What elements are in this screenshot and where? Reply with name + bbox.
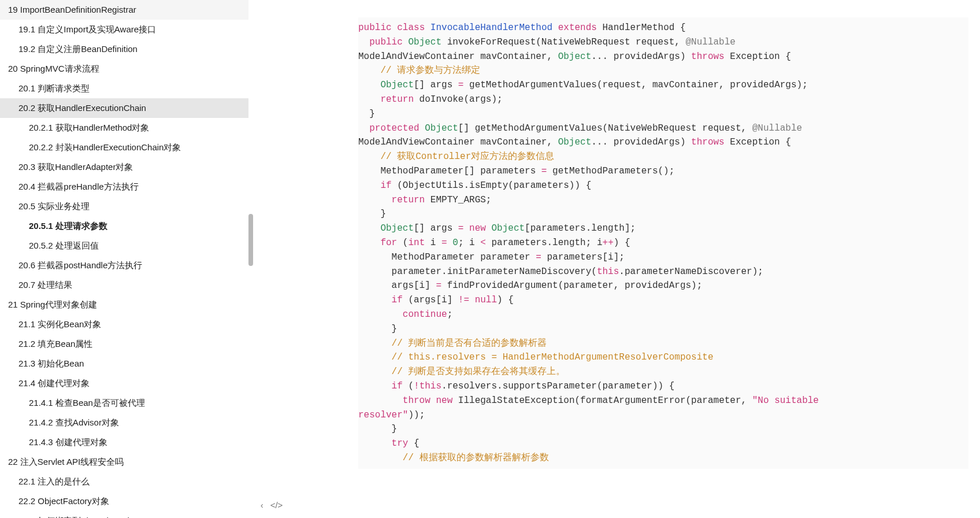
toc-item-14[interactable]: 20.7 处理结果 xyxy=(0,275,248,295)
toc-sidebar[interactable]: 19 ImportBeanDefinitionRegistrar19.1 自定义… xyxy=(0,0,254,518)
toc-item-10[interactable]: 20.5 实际业务处理 xyxy=(0,197,248,216)
toc-item-26[interactable]: 22.3 如何绑定到ThreadLocal xyxy=(0,511,248,518)
toc-item-17[interactable]: 21.2 填充Bean属性 xyxy=(0,334,248,354)
toc-item-23[interactable]: 22 注入Servlet API线程安全吗 xyxy=(0,452,248,472)
code-block[interactable]: public class InvocableHandlerMethod exte… xyxy=(358,17,968,469)
toc-item-24[interactable]: 22.1 注入的是什么 xyxy=(0,472,248,491)
toc-item-19[interactable]: 21.4 创建代理对象 xyxy=(0,373,248,393)
toc-item-3[interactable]: 20 SpringMVC请求流程 xyxy=(0,59,248,79)
toc-item-18[interactable]: 21.3 初始化Bean xyxy=(0,354,248,373)
toc-item-1[interactable]: 19.1 自定义Import及实现Aware接口 xyxy=(0,20,248,39)
toc-item-12[interactable]: 20.5.2 处理返回值 xyxy=(0,236,248,256)
toc-item-11[interactable]: 20.5.1 处理请求参数 xyxy=(0,216,248,236)
toc-item-25[interactable]: 22.2 ObjectFactory对象 xyxy=(0,491,248,511)
toc-item-22[interactable]: 21.4.3 创建代理对象 xyxy=(0,432,248,452)
toc-item-16[interactable]: 21.1 实例化Bean对象 xyxy=(0,314,248,334)
content-area: public class InvocableHandlerMethod exte… xyxy=(289,0,980,518)
toc-item-5[interactable]: 20.2 获取HandlerExecutionChain xyxy=(0,98,248,118)
toc-item-4[interactable]: 20.1 判断请求类型 xyxy=(0,79,248,98)
toc-item-6[interactable]: 20.2.1 获取HandlerMethod对象 xyxy=(0,118,248,138)
view-source-icon[interactable]: </> xyxy=(270,500,283,510)
toc-item-13[interactable]: 20.6 拦截器postHandle方法执行 xyxy=(0,256,248,275)
editor-toolbar: ‹ </> xyxy=(254,0,289,518)
scrollbar-thumb[interactable] xyxy=(248,214,253,266)
toc-item-7[interactable]: 20.2.2 封装HandlerExecutionChain对象 xyxy=(0,138,248,157)
toc-item-2[interactable]: 19.2 自定义注册BeanDefinition xyxy=(0,39,248,59)
toc-item-8[interactable]: 20.3 获取HandlerAdapter对象 xyxy=(0,157,248,177)
toc-item-15[interactable]: 21 Spring代理对象创建 xyxy=(0,295,248,314)
toc-item-9[interactable]: 20.4 拦截器preHandle方法执行 xyxy=(0,177,248,197)
app-layout: 19 ImportBeanDefinitionRegistrar19.1 自定义… xyxy=(0,0,980,518)
toc-item-21[interactable]: 21.4.2 查找Advisor对象 xyxy=(0,413,248,432)
toc-item-20[interactable]: 21.4.1 检查Bean是否可被代理 xyxy=(0,393,248,413)
toc-item-0[interactable]: 19 ImportBeanDefinitionRegistrar xyxy=(0,0,248,20)
back-icon[interactable]: ‹ xyxy=(261,500,263,510)
